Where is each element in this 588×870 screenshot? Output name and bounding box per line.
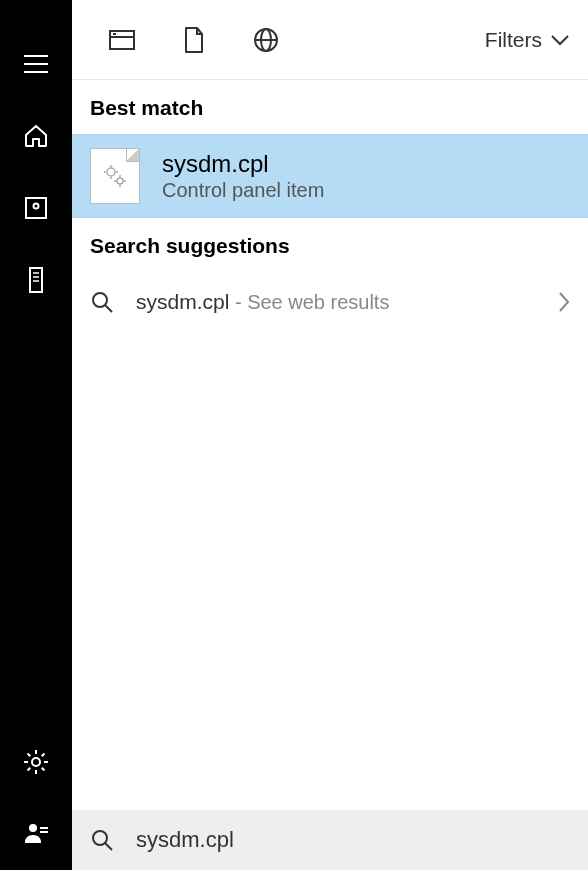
svg-point-18 <box>29 824 37 832</box>
svg-point-9 <box>32 758 40 766</box>
control-panel-file-icon <box>90 148 140 204</box>
svg-line-38 <box>105 305 112 312</box>
suggestion-suffix: - See web results <box>229 291 389 313</box>
sidebar <box>0 0 72 870</box>
suggestions-header: Search suggestions <box>72 218 588 272</box>
user-icon <box>23 821 49 847</box>
best-match-subtitle: Control panel item <box>162 179 324 202</box>
home-icon <box>23 123 49 149</box>
filters-dropdown[interactable]: Filters <box>485 28 570 52</box>
globe-icon <box>253 27 279 53</box>
svg-point-39 <box>93 831 107 845</box>
svg-point-37 <box>93 293 107 307</box>
svg-line-40 <box>105 843 112 850</box>
hamburger-button[interactable] <box>0 28 72 100</box>
results-area <box>72 332 588 810</box>
search-bar <box>72 810 588 870</box>
apps-filter-button[interactable] <box>86 0 158 80</box>
svg-line-16 <box>28 768 31 771</box>
hamburger-icon <box>24 55 48 73</box>
best-match-title: sysdm.cpl <box>162 150 324 179</box>
best-match-result[interactable]: sysdm.cpl Control panel item <box>72 134 588 218</box>
document-icon <box>183 26 205 54</box>
search-icon <box>90 290 114 314</box>
suggestion-text: sysdm.cpl - See web results <box>136 290 389 314</box>
top-bar: Filters <box>72 0 588 80</box>
svg-rect-20 <box>40 831 48 833</box>
app-icon <box>24 196 48 220</box>
search-input[interactable] <box>136 827 570 853</box>
main-panel: Filters Best match sysdm.c <box>72 0 588 870</box>
chevron-down-icon <box>550 34 570 46</box>
gear-icon <box>23 749 49 775</box>
chevron-right-icon <box>558 291 570 313</box>
device-icon <box>26 266 46 294</box>
web-filter-button[interactable] <box>230 0 302 80</box>
svg-line-15 <box>42 768 45 771</box>
svg-rect-5 <box>30 268 42 292</box>
svg-rect-19 <box>40 827 48 829</box>
filters-label: Filters <box>485 28 542 52</box>
documents-filter-button[interactable] <box>158 0 230 80</box>
svg-rect-23 <box>113 33 116 35</box>
svg-point-32 <box>117 178 123 184</box>
suggestion-web-result[interactable]: sysdm.cpl - See web results <box>72 272 588 332</box>
svg-line-14 <box>28 754 31 757</box>
user-button[interactable] <box>0 798 72 870</box>
settings-button[interactable] <box>0 726 72 798</box>
apps-button[interactable] <box>0 172 72 244</box>
svg-line-17 <box>42 754 45 757</box>
svg-point-27 <box>107 168 115 176</box>
search-icon <box>90 828 114 852</box>
svg-point-4 <box>34 204 39 209</box>
gears-icon <box>101 162 129 190</box>
home-button[interactable] <box>0 100 72 172</box>
apps-filter-icon <box>108 28 136 52</box>
best-match-header: Best match <box>72 80 588 134</box>
suggestion-query: sysdm.cpl <box>136 290 229 313</box>
device-button[interactable] <box>0 244 72 316</box>
